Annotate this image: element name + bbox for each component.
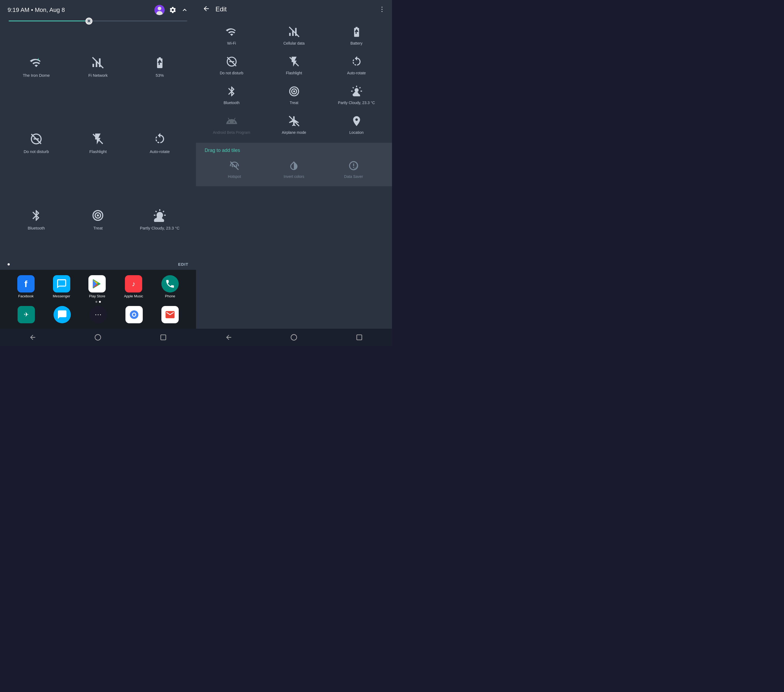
svg-rect-24 [357, 335, 362, 340]
right-tile-treat[interactable]: Treat [263, 80, 325, 110]
tile-cellular-label: Fi Network [88, 73, 108, 77]
facebook-icon: f [17, 275, 35, 292]
right-tile-android-beta[interactable]: Android Beta Program [200, 110, 263, 140]
brightness-thumb[interactable] [86, 18, 92, 25]
phone-icon [161, 275, 179, 292]
right-location-icon [350, 115, 363, 128]
svg-point-12 [133, 313, 135, 316]
svg-point-13 [95, 334, 101, 340]
app-facebook[interactable]: f Facebook [17, 275, 35, 298]
more-options-button[interactable]: ⋮ [379, 5, 385, 13]
tile-weather[interactable]: Partly Cloudy, 23.3 °C [129, 181, 191, 258]
svg-rect-14 [161, 335, 166, 340]
status-bar: 9:19 AM • Mon, Aug 8 [0, 0, 196, 18]
drag-tile-invert[interactable]: Invert colors [264, 155, 324, 183]
right-tile-autorotate[interactable]: Auto-rotate [325, 50, 388, 80]
right-tile-bluetooth-label: Bluetooth [224, 101, 239, 105]
app-playstore[interactable]: Play Store [88, 275, 106, 298]
drag-hotspot-icon [229, 160, 240, 171]
avatar[interactable] [154, 5, 165, 15]
dock-gmail-icon[interactable] [161, 306, 179, 323]
chevron-up-icon[interactable] [181, 6, 188, 14]
bottom-controls: EDIT [0, 260, 196, 270]
tile-battery[interactable]: 53% [129, 28, 191, 105]
svg-point-1 [158, 7, 161, 10]
tile-weather-label: Partly Cloudy, 23.3 °C [140, 226, 180, 230]
time-date: 9:19 AM • Mon, Aug 8 [8, 7, 65, 13]
right-tile-dnd-label: Do not disturb [220, 71, 243, 75]
right-airplane-icon [288, 115, 301, 128]
tile-autorotate[interactable]: Auto-rotate [129, 105, 191, 181]
tile-treat[interactable]: Treat [67, 181, 128, 258]
tile-flashlight-label: Flashlight [89, 149, 107, 154]
right-tile-flashlight-label: Flashlight [286, 71, 302, 75]
page-ind-2 [99, 301, 101, 303]
home-nav-button[interactable] [91, 331, 105, 344]
edit-back-button[interactable] [203, 5, 210, 13]
drag-title: Drag to add tiles [205, 148, 383, 153]
right-battery-icon [350, 25, 363, 38]
tile-cellular[interactable]: Fi Network [67, 28, 128, 105]
dock-messenger-icon[interactable] [54, 306, 71, 323]
app-messenger[interactable]: Messenger [53, 275, 70, 298]
right-back-nav-button[interactable] [222, 331, 236, 344]
right-weather-icon [350, 85, 363, 98]
left-nav-bar [0, 329, 196, 346]
right-tile-cellular[interactable]: Cellular data [263, 21, 325, 50]
right-tile-autorotate-label: Auto-rotate [347, 71, 366, 75]
wifi-icon [29, 56, 43, 70]
tile-flashlight[interactable]: Flashlight [67, 105, 128, 181]
back-nav-button[interactable] [26, 331, 40, 344]
dock-apps-icon[interactable]: ⋯ [89, 306, 107, 323]
right-tile-battery-label: Battery [350, 41, 362, 45]
app-phone-label: Phone [165, 294, 175, 298]
tile-dnd-label: Do not disturb [23, 149, 49, 154]
right-nav-bar [196, 329, 392, 346]
svg-point-9 [97, 214, 99, 216]
right-tile-bluetooth[interactable]: Bluetooth [200, 80, 263, 110]
tile-wifi-label: The Iron Dome [23, 73, 50, 77]
right-recents-nav-button[interactable] [352, 331, 366, 344]
right-tile-airplane[interactable]: Airplane mode [263, 110, 325, 140]
right-tile-weather[interactable]: Partly Cloudy, 23.3 °C [325, 80, 388, 110]
brightness-control[interactable] [0, 18, 196, 26]
dock-chrome-icon[interactable] [125, 306, 143, 323]
right-dnd-icon [225, 55, 238, 68]
drag-invert-label: Invert colors [283, 175, 304, 179]
drag-tile-hotspot[interactable]: Hotspot [205, 155, 264, 183]
battery-icon [153, 56, 167, 70]
right-android-beta-icon [225, 115, 238, 128]
tile-bluetooth[interactable]: Bluetooth [5, 181, 67, 258]
right-tile-flashlight[interactable]: Flashlight [263, 50, 325, 80]
recents-nav-button[interactable] [156, 331, 170, 344]
brightness-track[interactable] [9, 21, 187, 21]
playstore-icon [88, 275, 106, 292]
drag-tile-datasaver[interactable]: Data Saver [324, 155, 383, 183]
right-tile-battery[interactable]: Battery [325, 21, 388, 50]
right-tile-cellular-label: Cellular data [283, 41, 305, 45]
right-bluetooth-icon [225, 85, 238, 98]
edit-button[interactable]: EDIT [178, 262, 188, 267]
app-applemusic[interactable]: ♪ Apple Music [124, 275, 143, 298]
drag-datasaver-icon [348, 160, 359, 171]
tile-battery-label: 53% [156, 73, 164, 77]
cellular-icon [91, 56, 105, 70]
right-tile-location[interactable]: Location [325, 110, 388, 140]
drag-invert-icon [288, 160, 300, 171]
page-ind-1 [96, 301, 97, 303]
settings-icon[interactable] [169, 6, 176, 14]
drag-hotspot-label: Hotspot [228, 175, 241, 179]
app-phone[interactable]: Phone [161, 275, 179, 298]
tile-wifi[interactable]: The Iron Dome [5, 28, 67, 105]
app-playstore-label: Play Store [89, 294, 105, 298]
quick-tiles-grid: The Iron Dome Fi Network 53% [0, 26, 196, 260]
right-tile-dnd[interactable]: Do not disturb [200, 50, 263, 80]
right-tile-wifi[interactable]: Wi-Fi [200, 21, 263, 50]
tile-dnd[interactable]: Do not disturb [5, 105, 67, 181]
drag-datasaver-label: Data Saver [344, 175, 363, 179]
right-home-nav-button[interactable] [287, 331, 301, 344]
tile-autorotate-label: Auto-rotate [150, 149, 170, 154]
weather-icon [153, 208, 167, 222]
dock-teal-icon[interactable]: ✈ [18, 306, 35, 323]
brightness-fill [9, 21, 89, 21]
